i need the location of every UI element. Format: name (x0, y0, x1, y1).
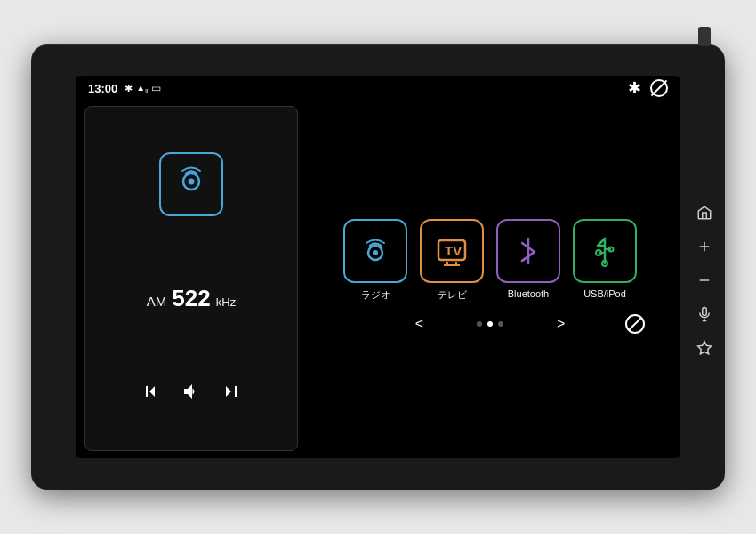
bottom-navigation: < > (309, 311, 672, 339)
radio-unit: kHz (216, 295, 236, 309)
main-content: AM 522 kHz (76, 101, 680, 458)
prev-button[interactable] (142, 383, 160, 405)
bluetooth-app-label: Bluetooth (508, 288, 549, 299)
radio-symbol-icon (173, 162, 209, 206)
tv-app-icon-box: TV (420, 219, 484, 283)
now-playing-panel: AM 522 kHz (84, 106, 298, 451)
side-buttons (696, 178, 712, 356)
nav-next-arrow[interactable]: > (557, 316, 565, 332)
no-sign-top (650, 79, 668, 97)
app-item-bluetooth[interactable]: Bluetooth (496, 219, 560, 302)
side-power-button[interactable] (698, 27, 711, 46)
usb-app-label: USB/iPod (583, 288, 626, 299)
app-item-tv[interactable]: TV テレビ (420, 219, 484, 302)
home-button[interactable] (696, 205, 712, 221)
app-item-usb[interactable]: USB/iPod (573, 219, 637, 302)
usb-app-icon-box (573, 219, 637, 283)
signal-icon: ▲ll (136, 83, 148, 94)
plus-button[interactable] (696, 239, 712, 255)
nav-dot-3 (498, 321, 503, 327)
app-grid: ラジオ TV テレビ (309, 219, 672, 302)
status-time: 13:00 (88, 82, 117, 95)
radio-band: AM (147, 294, 167, 309)
bluetooth-app-icon-box (496, 219, 560, 283)
nav-prev-arrow[interactable]: < (415, 316, 423, 332)
device: 13:00 ✱ ▲ll ▭ ✱ (31, 44, 725, 490)
app-grid-panel: ラジオ TV テレビ (309, 106, 672, 451)
playback-controls (142, 383, 240, 405)
svg-point-1 (189, 179, 195, 185)
battery-icon: ▭ (151, 82, 161, 94)
radio-app-label: ラジオ (361, 288, 390, 302)
nav-dot-1 (477, 321, 482, 327)
nav-dot-2 (487, 321, 493, 327)
volume-button[interactable] (181, 383, 201, 405)
tv-app-label: テレビ (438, 288, 467, 302)
mic-button[interactable] (696, 306, 712, 322)
radio-app-icon-box (343, 219, 407, 283)
svg-marker-21 (698, 342, 712, 354)
svg-rect-18 (703, 308, 707, 316)
nav-dots (477, 321, 503, 327)
radio-frequency: 522 (172, 285, 210, 312)
app-item-radio[interactable]: ラジオ (343, 219, 407, 302)
status-bar: 13:00 ✱ ▲ll ▭ ✱ (76, 76, 680, 101)
radio-info: AM 522 kHz (147, 285, 236, 312)
bluetooth-top-icon: ✱ (628, 78, 641, 98)
star-button[interactable] (696, 340, 712, 356)
svg-point-3 (373, 250, 378, 255)
next-button[interactable] (222, 383, 240, 405)
radio-icon-box (159, 152, 223, 216)
screen: 13:00 ✱ ▲ll ▭ ✱ (76, 76, 680, 458)
svg-text:TV: TV (445, 243, 462, 258)
bluetooth-status-icon: ✱ (125, 83, 133, 94)
no-sign-bottom (625, 314, 645, 334)
minus-button[interactable] (696, 272, 712, 288)
status-right-icons: ✱ (628, 78, 668, 98)
